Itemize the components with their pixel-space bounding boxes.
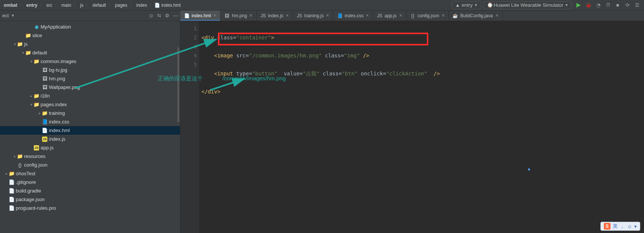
breadcrumb-item[interactable]: entry: [25, 2, 39, 9]
tree-item-slice[interactable]: 📁slice: [0, 31, 180, 40]
project-tree[interactable]: ◉MyApplication📁slice📁js📁default📁common.i…: [0, 21, 180, 233]
folder-icon: 📁: [9, 171, 14, 176]
code-area[interactable]: <div class="container"> <image src="/com…: [199, 21, 644, 233]
tree-item-i18n[interactable]: 📁i18n: [0, 92, 180, 100]
tree-label: MyApplication: [41, 24, 71, 30]
ime-toolbar[interactable]: S 英 ， ☺ ▾: [600, 222, 640, 231]
tree-item-config-json[interactable]: {}config.json: [0, 161, 180, 169]
breadcrumb-item[interactable]: main: [60, 2, 73, 9]
tree-item--gitignore[interactable]: 📄.gitignore: [0, 178, 180, 186]
png-file-icon: 🖼: [224, 13, 230, 18]
tree-item-app-js[interactable]: JSapp.js: [0, 143, 180, 152]
tab-index-hml[interactable]: 📄index.hml✕: [180, 11, 221, 21]
ime-emoji-icon[interactable]: ☺: [627, 224, 632, 229]
tree-arrow[interactable]: [4, 171, 9, 176]
tree-arrow[interactable]: [20, 51, 26, 55]
tree-item-default[interactable]: 📁default: [0, 48, 180, 57]
close-icon[interactable]: ✕: [286, 13, 289, 18]
tree-item-hm-png[interactable]: 🖼hm.png: [0, 74, 180, 83]
run-device-selector[interactable]: ⌚ Huawei Lite Wearable Simulator ▼: [484, 1, 572, 9]
tree-arrow[interactable]: [29, 59, 34, 63]
file-icon: 📄: [9, 206, 14, 211]
close-icon[interactable]: ✕: [441, 13, 445, 18]
tree-arrow[interactable]: [29, 94, 34, 98]
tab-BuildConfig-java[interactable]: ☕BuildConfig.java✕: [449, 11, 503, 21]
breadcrumb-item[interactable]: src: [45, 2, 54, 9]
folder-icon: 📁: [34, 93, 39, 99]
ime-lang[interactable]: 英: [613, 223, 618, 230]
js-icon: JS: [42, 137, 47, 142]
sync-button[interactable]: ⟳: [624, 2, 630, 8]
expand-button[interactable]: ⇆: [157, 13, 161, 18]
tree-arrow[interactable]: [12, 42, 17, 46]
chevron-down-icon: ▼: [474, 3, 478, 7]
tree-item-js[interactable]: 📁js: [0, 40, 180, 48]
tab-index-js[interactable]: JSindex.js✕: [257, 11, 293, 21]
collapse-button[interactable]: —: [173, 13, 178, 18]
file-icon: 📄: [9, 188, 14, 194]
js-file-icon: JS: [377, 13, 382, 18]
editor-tabs: 📄index.hml✕🖼hm.png✕JSindex.js✕JStraining…: [180, 11, 644, 21]
tree-item-index-css[interactable]: 📘index.css: [0, 117, 180, 126]
close-icon[interactable]: ✕: [326, 13, 329, 18]
hml-file-icon: 📄: [184, 13, 189, 18]
breadcrumb: ombat〉 entry〉 src〉 main〉 js〉 default〉 pa…: [2, 2, 182, 9]
folder-icon: 📁: [26, 50, 31, 56]
profile-button[interactable]: ⏱: [605, 2, 611, 8]
run-module-selector[interactable]: ▲ entry ▼: [452, 1, 481, 9]
tab-label: app.js: [384, 13, 396, 18]
settings-icon[interactable]: ⚙: [165, 13, 169, 18]
breadcrumb-item[interactable]: js: [79, 2, 85, 9]
debug-button[interactable]: 🐞: [585, 2, 591, 8]
tree-item-pages-index[interactable]: 📁pages.index: [0, 100, 180, 109]
tree-item-index-hml[interactable]: 📄index.hml: [0, 126, 180, 135]
breadcrumb-item[interactable]: default: [91, 2, 107, 9]
run-device-label: Huawei Lite Wearable Simulator: [494, 2, 563, 8]
img-icon: 🖼: [42, 68, 47, 73]
code-editor[interactable]: 1 2 3 4 5 <div class="container"> <image…: [180, 21, 644, 233]
tab-hm-png[interactable]: 🖼hm.png✕: [221, 11, 257, 21]
close-icon[interactable]: ✕: [495, 13, 499, 18]
js-file-icon: JS: [297, 13, 302, 18]
stop-button[interactable]: ■: [615, 2, 621, 8]
tree-item-resources[interactable]: 📁resources: [0, 152, 180, 161]
tab-index-css[interactable]: 📘index.css✕: [333, 11, 373, 21]
run-button[interactable]: [576, 2, 582, 8]
tree-label: index.hml: [49, 128, 70, 133]
tree-item-index-js[interactable]: JSindex.js: [0, 135, 180, 143]
tree-item-build-gradle[interactable]: 📄build.gradle: [0, 186, 180, 195]
tree-label: Wallpaper.png: [49, 84, 80, 90]
breadcrumb-item[interactable]: index.hml: [160, 2, 182, 9]
tab-training-js[interactable]: JStraining.js✕: [293, 11, 333, 21]
breadcrumb-item[interactable]: index: [135, 2, 149, 9]
tree-arrow[interactable]: [29, 102, 34, 107]
close-icon[interactable]: ✕: [249, 13, 252, 18]
tab-label: index.hml: [192, 13, 211, 18]
project-view-selector[interactable]: ect: [2, 13, 9, 18]
tree-item-package-json[interactable]: 📄package.json: [0, 195, 180, 204]
close-icon[interactable]: ✕: [399, 13, 402, 18]
tree-item-Wallpaper-png[interactable]: 🖼Wallpaper.png: [0, 83, 180, 92]
ime-menu-icon[interactable]: ▾: [634, 224, 637, 229]
breadcrumb-item[interactable]: ombat: [2, 2, 19, 9]
tab-config-json[interactable]: {}config.json✕: [407, 11, 449, 21]
tree-item-proguard-rules-pro[interactable]: 📄proguard-rules.pro: [0, 204, 180, 212]
breadcrumb-item[interactable]: pages: [113, 2, 129, 9]
tree-item-training[interactable]: 📁training: [0, 109, 180, 117]
tree-item-bg-tv-jpg[interactable]: 🖼bg-tv.jpg: [0, 66, 180, 74]
close-icon[interactable]: ✕: [366, 13, 369, 18]
close-icon[interactable]: ✕: [213, 13, 216, 18]
tree-item-common-images[interactable]: 📁common.images: [0, 57, 180, 66]
folder-icon: 📁: [34, 102, 39, 107]
scrollbar-thumb[interactable]: [177, 47, 179, 122]
project-panel: ect ▼ ⊙ ⇆ ⚙ — ◉MyApplication📁slice📁js📁de…: [0, 11, 180, 233]
tab-app-js[interactable]: JSapp.js✕: [373, 11, 406, 21]
locate-button[interactable]: ⊙: [149, 13, 153, 18]
tree-item-ohosTest[interactable]: 📁ohosTest: [0, 169, 180, 178]
tree-arrow[interactable]: [12, 154, 17, 158]
tree-arrow[interactable]: [37, 111, 42, 115]
java-file-icon: ☕: [453, 13, 458, 18]
more-button[interactable]: ☰: [634, 2, 640, 8]
coverage-button[interactable]: ◔: [595, 2, 601, 8]
tree-item-MyApplication[interactable]: ◉MyApplication: [0, 23, 180, 31]
